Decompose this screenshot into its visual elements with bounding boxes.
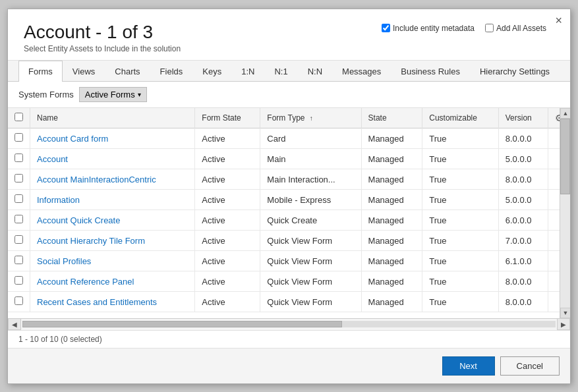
- row-state: Managed: [361, 128, 422, 149]
- row-name-link[interactable]: Recent Cases and Entitlements: [37, 297, 157, 307]
- row-name-link[interactable]: Information: [37, 195, 80, 205]
- row-form-state: Active: [195, 190, 260, 210]
- tabs-bar: Forms Views Charts Fields Keys 1:N N:1 N…: [8, 61, 570, 82]
- col-form-state[interactable]: Form State: [195, 108, 260, 128]
- row-checkbox[interactable]: [14, 215, 23, 223]
- row-checkbox-cell[interactable]: [8, 271, 30, 292]
- row-checkbox-cell[interactable]: [8, 210, 30, 231]
- row-name-link[interactable]: Account MainInteractionCentric: [37, 175, 156, 184]
- tab-fields[interactable]: Fields: [150, 61, 193, 82]
- tab-messages[interactable]: Messages: [332, 61, 391, 82]
- row-form-type: Quick View Form: [260, 292, 361, 312]
- scroll-left-button[interactable]: ◀: [8, 318, 21, 330]
- forms-table: Name Form State Form Type ↑ State Custom…: [8, 108, 570, 312]
- row-checkbox-cell[interactable]: [8, 251, 30, 271]
- row-checkbox-cell[interactable]: [8, 292, 30, 312]
- row-checkbox[interactable]: [14, 174, 23, 182]
- status-text: 1 - 10 of 10 (0 selected): [18, 335, 102, 344]
- col-name[interactable]: Name: [30, 108, 195, 128]
- scroll-right-button[interactable]: ▶: [557, 318, 570, 330]
- scroll-down-button[interactable]: ▼: [560, 308, 570, 318]
- row-checkbox[interactable]: [14, 256, 23, 264]
- col-version[interactable]: Version: [498, 108, 548, 128]
- add-all-assets-option[interactable]: Add All Assets: [485, 24, 546, 33]
- row-checkbox-cell[interactable]: [8, 190, 30, 210]
- vscroll-track: [560, 119, 570, 307]
- tab-n1[interactable]: N:1: [264, 61, 297, 82]
- row-checkbox[interactable]: [14, 133, 23, 142]
- select-all-checkbox[interactable]: [14, 113, 23, 121]
- row-checkbox[interactable]: [14, 235, 23, 244]
- row-state: Managed: [361, 251, 422, 271]
- row-checkbox[interactable]: [14, 296, 23, 305]
- row-name-cell: Account Card form: [30, 128, 195, 149]
- row-name-cell: Information: [30, 190, 195, 210]
- active-forms-label: Active Forms: [85, 90, 135, 99]
- row-name-cell: Account Reference Panel: [30, 271, 195, 292]
- hscroll-thumb[interactable]: [22, 321, 342, 327]
- next-button[interactable]: Next: [442, 356, 495, 376]
- row-checkbox-cell[interactable]: [8, 231, 30, 251]
- include-metadata-label: Include entity metadata: [393, 24, 475, 33]
- row-version: 5.0.0.0: [498, 149, 548, 169]
- tab-nn[interactable]: N:N: [298, 61, 332, 82]
- row-checkbox-cell[interactable]: [8, 149, 30, 169]
- row-version: 7.0.0.0: [498, 231, 548, 251]
- row-checkbox-cell[interactable]: [8, 169, 30, 190]
- row-form-state: Active: [195, 149, 260, 169]
- col-customizable[interactable]: Customizable: [422, 108, 498, 128]
- row-name-cell: Account Hierarchy Tile Form: [30, 231, 195, 251]
- add-all-assets-label: Add All Assets: [496, 24, 546, 33]
- row-state: Managed: [361, 190, 422, 210]
- row-customizable: True: [422, 149, 498, 169]
- close-button[interactable]: ×: [555, 14, 562, 26]
- row-version: 6.1.0.0: [498, 251, 548, 271]
- row-state: Managed: [361, 231, 422, 251]
- row-name-cell: Account: [30, 149, 195, 169]
- col-state[interactable]: State: [361, 108, 422, 128]
- row-name-link[interactable]: Account Reference Panel: [37, 277, 134, 287]
- row-name-link[interactable]: Account Card form: [37, 134, 108, 144]
- tab-business-rules[interactable]: Business Rules: [391, 61, 470, 82]
- tab-1n[interactable]: 1:N: [231, 61, 264, 82]
- vscroll-thumb[interactable]: [560, 119, 570, 194]
- system-forms-label: System Forms: [18, 90, 74, 99]
- include-metadata-checkbox[interactable]: [382, 24, 390, 32]
- row-form-state: Active: [195, 169, 260, 190]
- row-state: Managed: [361, 292, 422, 312]
- tab-views[interactable]: Views: [63, 61, 105, 82]
- tab-keys[interactable]: Keys: [192, 61, 231, 82]
- row-form-state: Active: [195, 128, 260, 149]
- row-name-link[interactable]: Account: [37, 154, 68, 164]
- tab-forms[interactable]: Forms: [18, 61, 63, 82]
- horizontal-scrollbar[interactable]: ◀ ▶: [8, 318, 570, 330]
- row-checkbox[interactable]: [14, 194, 23, 203]
- include-metadata-option[interactable]: Include entity metadata: [382, 24, 475, 33]
- cancel-button[interactable]: Cancel: [500, 356, 560, 376]
- row-name-cell: Recent Cases and Entitlements: [30, 292, 195, 312]
- row-customizable: True: [422, 251, 498, 271]
- col-form-type[interactable]: Form Type ↑: [260, 108, 361, 128]
- row-name-link[interactable]: Account Quick Create: [37, 215, 120, 225]
- subheader: System Forms Active Forms ▾: [8, 82, 570, 108]
- row-name-link[interactable]: Social Profiles: [37, 256, 91, 266]
- tab-hierarchy-settings[interactable]: Hierarchy Settings: [470, 61, 560, 82]
- row-checkbox[interactable]: [14, 154, 23, 162]
- row-state: Managed: [361, 271, 422, 292]
- row-name-link[interactable]: Account Hierarchy Tile Form: [37, 236, 145, 246]
- row-version: 8.0.0.0: [498, 128, 548, 149]
- active-forms-dropdown[interactable]: Active Forms ▾: [79, 87, 147, 102]
- scroll-up-button[interactable]: ▲: [560, 108, 570, 119]
- vertical-scrollbar[interactable]: ▲ ▼: [560, 108, 570, 318]
- row-customizable: True: [422, 190, 498, 210]
- row-checkbox[interactable]: [14, 276, 23, 285]
- row-customizable: True: [422, 292, 498, 312]
- add-all-assets-checkbox[interactable]: [485, 24, 494, 32]
- tab-charts[interactable]: Charts: [105, 61, 150, 82]
- table-container: Name Form State Form Type ↑ State Custom…: [8, 108, 570, 318]
- dialog-subtitle: Select Entity Assets to Include in the s…: [24, 44, 554, 53]
- row-checkbox-cell[interactable]: [8, 128, 30, 149]
- table-row: InformationActiveMobile - ExpressManaged…: [8, 190, 570, 210]
- col-check[interactable]: [8, 108, 30, 128]
- row-form-type: Main Interaction...: [260, 169, 361, 190]
